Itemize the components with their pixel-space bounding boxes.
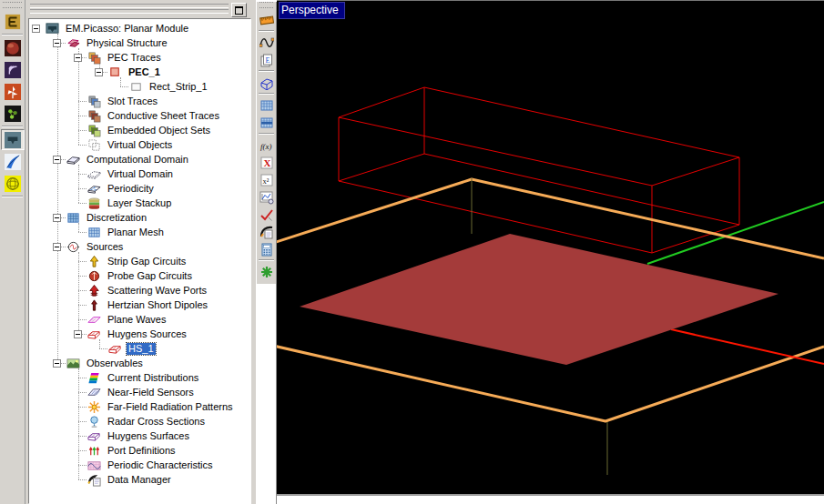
panel-maximize-button[interactable] [231, 3, 247, 17]
toolbar-button-mesh-grid[interactable] [258, 96, 276, 114]
tree-item-label[interactable]: PEC Traces [106, 52, 163, 64]
collapse-expander-icon[interactable] [53, 156, 61, 164]
collapse-expander-icon[interactable] [53, 39, 61, 47]
toolbar-button-mesh-settings[interactable] [258, 114, 276, 131]
tree-item-pec-traces[interactable]: PEC Traces [29, 50, 250, 65]
toolbar-button-validate-check[interactable] [258, 206, 276, 223]
tree-item-sources[interactable]: Sources [29, 239, 250, 254]
tree-item-label[interactable]: Port Definitions [106, 445, 178, 457]
tree-item-hs-1[interactable]: HS_1 [29, 341, 250, 356]
tree-item-embedded-object-sets[interactable]: Embedded Object Sets [29, 123, 250, 137]
tree-item-computational-domain[interactable]: Computational Domain [29, 152, 250, 166]
collapse-expander-icon[interactable] [74, 330, 82, 338]
module-button-yellow-globe-module[interactable] [1, 173, 25, 194]
tree-item-label[interactable]: Planar Mesh [106, 227, 166, 238]
tree-item-label[interactable]: Huygens Surfaces [106, 430, 191, 442]
tree-item-label[interactable]: Sources [85, 241, 125, 253]
tree-item-label[interactable]: Far-Field Radiation Patterns [106, 401, 235, 413]
toolbar-button-x-squared[interactable]: x² [258, 171, 276, 188]
tree-item-near-field-sensors[interactable]: Near-Field Sensors [29, 385, 250, 399]
tree-item-data-manager[interactable]: Data Manager [29, 472, 250, 487]
tree-item-far-field-radiation-patterns[interactable]: Far-Field Radiation Patterns [29, 399, 250, 414]
collapse-expander-icon[interactable] [32, 25, 40, 33]
panel-grip-line[interactable] [30, 4, 229, 8]
module-button-red-sphere-module[interactable] [1, 37, 25, 58]
tree-item-label[interactable]: Huygens Sources [106, 328, 188, 340]
panel-grip-line[interactable] [30, 9, 229, 14]
tree-item-label[interactable]: Strip Gap Circuits [106, 256, 188, 267]
module-button-purple-waves-module[interactable] [1, 59, 25, 80]
tree-item-label[interactable]: Conductive Sheet Traces [106, 110, 221, 122]
tree-item-probe-gap-circuits[interactable]: Probe Gap Circuits [29, 268, 250, 283]
tree-item-current-distributions[interactable]: Current Distributions [29, 370, 250, 385]
tree-item-hertzian-short-dipoles[interactable]: Hertzian Short Dipoles [29, 297, 250, 312]
collapse-expander-icon[interactable] [53, 214, 61, 222]
toolbar-button-ruler[interactable] [258, 11, 276, 28]
tree-item-label[interactable]: Computational Domain [85, 154, 190, 166]
tree-item-label[interactable]: Physical Structure [85, 37, 169, 49]
toolbar-button-calculator[interactable] [258, 240, 276, 257]
tree-item-virtual-objects[interactable]: Virtual Objects [29, 137, 250, 152]
toolbar-grip[interactable] [3, 2, 22, 8]
toolbar-button-variables-list[interactable]: E [258, 51, 276, 68]
tree-item-scattering-wave-ports[interactable]: Scattering Wave Ports [29, 283, 250, 297]
tree-item-label[interactable]: Hertzian Short Dipoles [106, 299, 209, 311]
toolbar-button-plot-graph[interactable] [258, 188, 276, 206]
tree-item-layer-stackup[interactable]: Layer Stackup [29, 196, 250, 210]
tree-item-label[interactable]: Near-Field Sensors [106, 387, 196, 398]
tree-item-conductive-sheet-traces[interactable]: Conductive Sheet Traces [29, 108, 250, 123]
tree-item-strip-gap-circuits[interactable]: Strip Gap Circuits [29, 254, 250, 268]
tree-item-periodicity[interactable]: Periodicity [29, 181, 250, 196]
toolbar-button-green-star[interactable] [258, 263, 276, 280]
tree-item-plane-waves[interactable]: Plane Waves [29, 312, 250, 327]
tree-item-label[interactable]: Current Distributions [106, 372, 200, 384]
collapse-expander-icon[interactable] [95, 68, 103, 76]
toolbar-button-waveform[interactable] [258, 34, 276, 51]
tree-item-em-picasso-planar-module[interactable]: EM.Picasso: Planar Module [29, 21, 250, 35]
tree-item-periodic-characteristics[interactable]: Periodic Characteristics [29, 458, 250, 472]
tree-item-label[interactable]: EM.Picasso: Planar Module [64, 23, 190, 35]
tree-item-label[interactable]: Probe Gap Circuits [106, 270, 194, 282]
toolbar-button-domain-box[interactable] [258, 74, 276, 91]
collapse-expander-icon[interactable] [74, 54, 82, 62]
module-button-blue-swoosh-module[interactable] [1, 151, 25, 172]
module-button-picasso-planar-module[interactable] [1, 129, 25, 150]
tree-item-rect-strip-1[interactable]: Rect_Strip_1 [29, 79, 250, 94]
viewport-3d[interactable]: Perspective [277, 0, 824, 496]
tree-item-label[interactable]: Virtual Objects [106, 139, 174, 151]
tree-item-label[interactable]: Plane Waves [106, 314, 168, 326]
module-button-molecule-module[interactable] [1, 103, 25, 124]
tree-item-discretization[interactable]: Discretization [29, 210, 250, 225]
tree-item-label[interactable]: PEC_1 [127, 66, 162, 78]
tree-item-label[interactable]: HS_1 [127, 343, 156, 355]
collapse-expander-icon[interactable] [53, 359, 61, 368]
collapse-expander-icon[interactable] [53, 243, 61, 251]
toolbar-grip[interactable] [259, 2, 273, 8]
tree-item-label[interactable]: Radar Cross Sections [106, 416, 207, 428]
tree-item-port-definitions[interactable]: Port Definitions [29, 443, 250, 458]
tree-item-physical-structure[interactable]: Physical Structure [29, 35, 250, 50]
tree-item-pec-1[interactable]: PEC_1 [29, 65, 250, 79]
tree-item-label[interactable]: Layer Stackup [106, 197, 173, 209]
tree-item-planar-mesh[interactable]: Planar Mesh [29, 225, 250, 239]
toolbar-button-function-fx[interactable]: f(x) [258, 136, 276, 154]
tree-item-huygens-surfaces[interactable]: Huygens Surfaces [29, 428, 250, 443]
tree-item-label[interactable]: Discretization [85, 212, 148, 224]
tree-item-label[interactable]: Scattering Wave Ports [106, 285, 209, 297]
tree-item-virtual-domain[interactable]: Virtual Domain [29, 166, 250, 181]
tree-item-label[interactable]: Embedded Object Sets [106, 125, 212, 136]
tree-item-radar-cross-sections[interactable]: Radar Cross Sections [29, 414, 250, 428]
toolbar-button-variable-x[interactable]: X [258, 154, 276, 171]
tree-item-huygens-sources[interactable]: Huygens Sources [29, 327, 250, 341]
tree-item-label[interactable]: Virtual Domain [106, 168, 175, 180]
tree-item-label[interactable]: Rect_Strip_1 [148, 81, 209, 93]
tree-item-label[interactable]: Slot Traces [106, 96, 159, 107]
toolbar-button-report-doc[interactable] [258, 223, 276, 240]
tree-item-label[interactable]: Periodic Characteristics [106, 459, 215, 471]
module-button-emcube-logo[interactable] [1, 11, 25, 32]
tree-item-label[interactable]: Periodicity [106, 183, 156, 195]
tree-item-label[interactable]: Observables [85, 358, 145, 369]
tree-item-slot-traces[interactable]: Slot Traces [29, 94, 250, 108]
tree-item-label[interactable]: Data Manager [106, 474, 173, 486]
module-button-orange-rotor-module[interactable] [1, 81, 25, 102]
